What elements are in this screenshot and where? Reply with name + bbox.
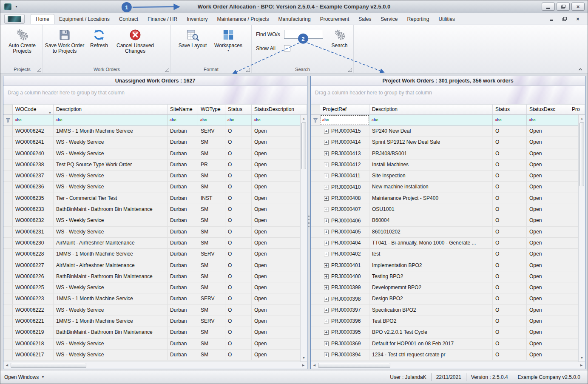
tab-service[interactable]: Service [376, 14, 402, 24]
tab-equipment-locations[interactable]: Equipment / Locations [54, 14, 114, 24]
project-row[interactable]: +PRJ0000398Design BPO2OOpen [311, 293, 578, 304]
work-order-row[interactable]: WO00062231MMS - 1 Month Machine ServiceD… [3, 293, 300, 304]
project-row[interactable]: +PRJ00003941234 - Test ctrl request crea… [311, 350, 578, 361]
right-group-by-area[interactable]: Drag a column header here to group by th… [311, 86, 585, 105]
right-vertical-scrollbar[interactable]: ▲ ▼ [578, 115, 585, 361]
filter-cell-description[interactable]: abc [369, 115, 493, 125]
work-order-row[interactable]: WO0006232WS - Weekly ServiceDurbanSMOOpe… [3, 215, 300, 226]
filter-edit-cell[interactable] [311, 115, 320, 125]
work-order-row[interactable]: WO0006237WS - Weekly ServiceDurbanSMOOpe… [3, 171, 300, 182]
expand-icon[interactable]: + [324, 274, 329, 279]
scroll-up-icon[interactable]: ▲ [579, 115, 585, 122]
child-minimize-button[interactable] [548, 16, 554, 22]
expand-icon[interactable]: + [324, 341, 329, 346]
search-button[interactable]: Search [327, 26, 352, 48]
project-row[interactable]: +PRJ0000410New machine installationOOpen [311, 182, 578, 193]
save-work-order-button[interactable]: Save Work Order to Projects [44, 26, 85, 54]
right-horizontal-scrollbar[interactable]: ◀ ▶ [311, 361, 585, 369]
work-order-row[interactable]: WO0006235Tier - Commercial Tier TestDurb… [3, 193, 300, 204]
work-order-row[interactable]: WO0006222WS - Weekly ServiceDurbanSMOOpe… [3, 305, 300, 316]
child-restore-button[interactable] [562, 16, 568, 22]
expand-icon[interactable]: + [324, 308, 329, 313]
expand-icon[interactable]: + [324, 185, 329, 190]
project-row[interactable]: +PRJ0000408Maintenance Project - SP400OO… [311, 193, 578, 204]
project-row[interactable]: +PRJ00004058601010202OOpen [311, 227, 578, 238]
show-all-checkbox[interactable] [284, 45, 290, 51]
project-row[interactable]: +PRJ0000407OSU1001OOpen [311, 204, 578, 215]
scrollbar-thumb[interactable] [318, 363, 390, 368]
tab-contract[interactable]: Contract [114, 14, 143, 24]
expand-icon[interactable]: + [324, 330, 329, 335]
cancel-unsaved-changes-button[interactable]: Cancel Unsaved Changes [113, 26, 158, 54]
column-header-description[interactable]: Description [54, 105, 168, 114]
application-menu-button[interactable] [4, 14, 25, 24]
save-layout-button[interactable]: Save Layout [175, 26, 210, 48]
column-header-wotype[interactable]: WOType [198, 105, 225, 114]
filter-cell-description[interactable]: abc [54, 115, 168, 125]
expand-icon[interactable]: + [324, 129, 329, 134]
expand-icon[interactable]: + [324, 151, 329, 156]
column-header-status[interactable]: Status [225, 105, 252, 114]
work-order-row[interactable]: WO0006236WS - Weekly ServiceDurbanSMOOpe… [3, 182, 300, 193]
filter-dropdown-icon[interactable]: ▼ [48, 108, 51, 114]
project-row[interactable]: +PRJ0000406B60004OOpen [311, 215, 578, 226]
panel-splitter[interactable] [307, 76, 310, 369]
minimize-button[interactable] [542, 3, 555, 11]
expand-icon[interactable]: + [324, 174, 329, 178]
work-order-row[interactable]: WO00062211MMS - 1 Month Machine ServiceD… [3, 316, 300, 327]
tab-reporting[interactable]: Reporting [402, 14, 434, 24]
expand-icon[interactable]: + [324, 285, 329, 290]
expand-icon[interactable]: + [324, 140, 329, 145]
open-windows-button[interactable]: Open Windows ▼ [4, 374, 44, 380]
project-row[interactable]: +PRJ0000401Implementation BPO2OOpen [311, 260, 578, 271]
expand-icon[interactable]: + [324, 196, 329, 201]
tab-utilities[interactable]: Utilities [434, 14, 460, 24]
expand-icon[interactable]: + [324, 241, 329, 245]
work-order-row[interactable]: WO00062421MMS - 1 Month Machine ServiceD… [3, 126, 300, 137]
dialog-launcher-icon[interactable] [165, 68, 169, 72]
child-close-button[interactable]: × [575, 16, 581, 22]
expand-icon[interactable]: + [324, 252, 329, 256]
project-row[interactable]: +PRJ0000395BPO v2.2.0.1 Test CycleOOpen [311, 327, 578, 338]
expand-icon[interactable]: + [324, 353, 329, 357]
expand-icon[interactable]: + [324, 207, 329, 212]
project-row[interactable]: +PRJ0000402testOOpen [311, 249, 578, 260]
work-order-row[interactable]: WO0006226BathBinMaint - Bathroom Bin Mai… [3, 271, 300, 282]
expand-icon[interactable]: + [324, 297, 329, 302]
work-order-row[interactable]: WO0006225WS - Weekly ServiceDurbanSMOOpe… [3, 282, 300, 293]
work-order-row[interactable]: WO0006241WS - Weekly ServiceDurbanSMOOpe… [3, 137, 300, 148]
project-row[interactable]: +PRJ0000404TT041 - Bi-annually, Mono 100… [311, 238, 578, 249]
left-vertical-scrollbar[interactable]: ▲ ▼ [300, 115, 307, 361]
filter-cell-pro[interactable] [569, 115, 578, 125]
tab-sales[interactable]: Sales [354, 14, 376, 24]
tab-finance-hr[interactable]: Finance / HR [143, 14, 182, 24]
dialog-launcher-icon[interactable] [348, 68, 352, 72]
scrollbar-thumb[interactable] [11, 363, 86, 368]
column-header-wocode[interactable]: WOCode▼ [13, 105, 54, 114]
column-header-description[interactable]: Description [369, 105, 493, 114]
work-order-row[interactable]: WO0006218WS - Weekly ServiceDurbanSMOOpe… [3, 338, 300, 350]
filter-cell-statusdescription[interactable]: abc [252, 115, 300, 125]
project-row[interactable]: +PRJ0000411Site InspectionOOpen [311, 171, 578, 182]
project-row[interactable]: +PRJ0000414Sprint SP1912 New Deal SaleOO… [311, 137, 578, 148]
filter-cell-status[interactable]: abc [225, 115, 252, 125]
project-row[interactable]: +PRJ0000399Developmemnt BPO2OOpen [311, 282, 578, 293]
left-horizontal-scrollbar[interactable]: ◀ ▶ [3, 361, 307, 369]
quick-access-caret-icon[interactable]: ▼ [15, 5, 18, 8]
work-order-row[interactable]: WO00062281MMS - 1 Month Machine ServiceD… [3, 249, 300, 260]
work-order-row[interactable]: WO0006230AirMaint - Airfreshner Maintena… [3, 238, 300, 249]
column-header-pro[interactable]: Pro [569, 105, 585, 114]
restore-button[interactable] [557, 3, 570, 11]
collapse-ribbon-icon[interactable] [577, 67, 583, 71]
work-order-row[interactable]: WO0006231WS - Weekly ServiceDurbanSMOOpe… [3, 227, 300, 238]
auto-create-projects-button[interactable]: Auto Create Projects [3, 26, 42, 54]
filter-cell-wocode[interactable]: abc [13, 115, 54, 125]
find-wos-input[interactable] [284, 30, 323, 39]
project-row[interactable]: +PRJ0000415SP240 New DealOOpen [311, 126, 578, 137]
column-header-sitename[interactable]: SiteName [168, 105, 198, 114]
refresh-button[interactable]: Refresh [85, 26, 113, 48]
project-row[interactable]: +PRJ0000396Test BPO2OOpen [311, 316, 578, 327]
close-button[interactable]: × [571, 3, 585, 11]
tab-inventory[interactable]: Inventory [182, 14, 212, 24]
expand-icon[interactable]: + [324, 162, 329, 167]
